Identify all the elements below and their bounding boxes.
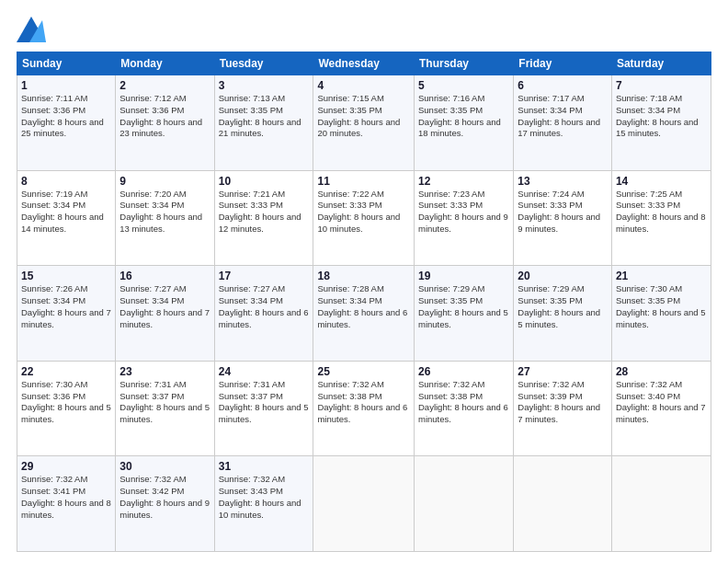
day-detail: Sunrise: 7:29 AMSunset: 3:35 PMDaylight:…	[518, 283, 600, 328]
day-detail: Sunrise: 7:19 AMSunset: 3:34 PMDaylight:…	[21, 189, 104, 234]
calendar-cell: 8Sunrise: 7:19 AMSunset: 3:34 PMDaylight…	[17, 170, 116, 266]
day-detail: Sunrise: 7:30 AMSunset: 3:36 PMDaylight:…	[21, 379, 111, 424]
calendar-cell: 11Sunrise: 7:22 AMSunset: 3:33 PMDayligh…	[313, 170, 415, 266]
day-number: 23	[119, 365, 210, 378]
day-detail: Sunrise: 7:29 AMSunset: 3:35 PMDaylight:…	[418, 283, 508, 328]
day-number: 5	[418, 79, 509, 92]
col-header-saturday: Saturday	[611, 52, 711, 75]
header	[17, 17, 711, 42]
day-number: 27	[518, 365, 608, 378]
calendar-cell: 23Sunrise: 7:31 AMSunset: 3:37 PMDayligh…	[116, 361, 214, 456]
day-detail: Sunrise: 7:32 AMSunset: 3:42 PMDaylight:…	[119, 474, 210, 519]
calendar-cell	[611, 456, 711, 552]
day-detail: Sunrise: 7:18 AMSunset: 3:34 PMDaylight:…	[616, 93, 699, 138]
calendar-cell: 18Sunrise: 7:28 AMSunset: 3:34 PMDayligh…	[313, 266, 415, 362]
day-detail: Sunrise: 7:12 AMSunset: 3:36 PMDaylight:…	[119, 93, 202, 138]
calendar-week-2: 8Sunrise: 7:19 AMSunset: 3:34 PMDaylight…	[17, 170, 711, 266]
calendar-cell: 1Sunrise: 7:11 AMSunset: 3:36 PMDaylight…	[17, 75, 116, 171]
day-number: 15	[21, 270, 111, 282]
calendar-cell: 26Sunrise: 7:32 AMSunset: 3:38 PMDayligh…	[415, 361, 514, 456]
day-number: 1	[21, 79, 111, 92]
day-number: 2	[119, 79, 210, 92]
day-number: 4	[317, 79, 410, 92]
day-number: 24	[219, 365, 310, 378]
day-number: 19	[418, 270, 509, 282]
day-number: 11	[317, 175, 410, 188]
calendar-cell: 12Sunrise: 7:23 AMSunset: 3:33 PMDayligh…	[415, 170, 514, 266]
logo-icon	[17, 17, 46, 42]
calendar-cell: 28Sunrise: 7:32 AMSunset: 3:40 PMDayligh…	[611, 361, 711, 456]
day-number: 3	[219, 79, 310, 92]
day-detail: Sunrise: 7:32 AMSunset: 3:40 PMDaylight:…	[616, 379, 706, 424]
calendar-cell: 6Sunrise: 7:17 AMSunset: 3:34 PMDaylight…	[514, 75, 612, 171]
calendar-cell: 20Sunrise: 7:29 AMSunset: 3:35 PMDayligh…	[514, 266, 612, 362]
col-header-monday: Monday	[116, 52, 214, 75]
calendar-cell: 13Sunrise: 7:24 AMSunset: 3:33 PMDayligh…	[514, 170, 612, 266]
day-number: 31	[219, 460, 310, 473]
calendar-cell: 22Sunrise: 7:30 AMSunset: 3:36 PMDayligh…	[17, 361, 116, 456]
col-header-sunday: Sunday	[17, 52, 116, 75]
calendar-cell	[313, 456, 415, 552]
day-number: 8	[21, 175, 111, 188]
day-detail: Sunrise: 7:32 AMSunset: 3:41 PMDaylight:…	[21, 474, 111, 519]
day-detail: Sunrise: 7:30 AMSunset: 3:35 PMDaylight:…	[616, 283, 706, 328]
day-detail: Sunrise: 7:32 AMSunset: 3:38 PMDaylight:…	[418, 379, 508, 424]
day-number: 20	[518, 270, 608, 282]
page: SundayMondayTuesdayWednesdayThursdayFrid…	[0, 0, 728, 563]
day-number: 29	[21, 460, 111, 473]
day-number: 16	[119, 270, 210, 282]
day-detail: Sunrise: 7:31 AMSunset: 3:37 PMDaylight:…	[219, 379, 309, 424]
day-detail: Sunrise: 7:16 AMSunset: 3:35 PMDaylight:…	[418, 93, 501, 138]
calendar-week-4: 22Sunrise: 7:30 AMSunset: 3:36 PMDayligh…	[17, 361, 711, 456]
calendar-header-row: SundayMondayTuesdayWednesdayThursdayFrid…	[17, 52, 711, 75]
col-header-wednesday: Wednesday	[313, 52, 415, 75]
day-number: 25	[317, 365, 410, 378]
day-detail: Sunrise: 7:23 AMSunset: 3:33 PMDaylight:…	[418, 189, 508, 234]
calendar-cell: 5Sunrise: 7:16 AMSunset: 3:35 PMDaylight…	[415, 75, 514, 171]
calendar-cell: 10Sunrise: 7:21 AMSunset: 3:33 PMDayligh…	[214, 170, 313, 266]
logo	[17, 17, 50, 42]
day-detail: Sunrise: 7:32 AMSunset: 3:39 PMDaylight:…	[518, 379, 600, 424]
day-detail: Sunrise: 7:17 AMSunset: 3:34 PMDaylight:…	[518, 93, 600, 138]
calendar-cell: 25Sunrise: 7:32 AMSunset: 3:38 PMDayligh…	[313, 361, 415, 456]
day-detail: Sunrise: 7:15 AMSunset: 3:35 PMDaylight:…	[317, 93, 400, 138]
calendar-week-1: 1Sunrise: 7:11 AMSunset: 3:36 PMDaylight…	[17, 75, 711, 171]
day-number: 12	[418, 175, 509, 188]
day-number: 28	[616, 365, 707, 378]
day-number: 21	[616, 270, 707, 282]
day-detail: Sunrise: 7:22 AMSunset: 3:33 PMDaylight:…	[317, 189, 400, 234]
calendar-cell	[514, 456, 612, 552]
day-number: 14	[616, 175, 707, 188]
day-detail: Sunrise: 7:11 AMSunset: 3:36 PMDaylight:…	[21, 93, 104, 138]
day-detail: Sunrise: 7:31 AMSunset: 3:37 PMDaylight:…	[119, 379, 210, 424]
calendar-cell: 3Sunrise: 7:13 AMSunset: 3:35 PMDaylight…	[214, 75, 313, 171]
col-header-thursday: Thursday	[415, 52, 514, 75]
day-detail: Sunrise: 7:26 AMSunset: 3:34 PMDaylight:…	[21, 283, 111, 328]
day-number: 30	[119, 460, 210, 473]
calendar-week-3: 15Sunrise: 7:26 AMSunset: 3:34 PMDayligh…	[17, 266, 711, 362]
day-number: 7	[616, 79, 707, 92]
day-number: 22	[21, 365, 111, 378]
day-number: 6	[518, 79, 608, 92]
calendar-cell: 16Sunrise: 7:27 AMSunset: 3:34 PMDayligh…	[116, 266, 214, 362]
day-number: 13	[518, 175, 608, 188]
calendar-cell: 15Sunrise: 7:26 AMSunset: 3:34 PMDayligh…	[17, 266, 116, 362]
day-number: 18	[317, 270, 410, 282]
calendar-cell: 14Sunrise: 7:25 AMSunset: 3:33 PMDayligh…	[611, 170, 711, 266]
day-detail: Sunrise: 7:21 AMSunset: 3:33 PMDaylight:…	[219, 189, 301, 234]
calendar-cell: 31Sunrise: 7:32 AMSunset: 3:43 PMDayligh…	[214, 456, 313, 552]
day-number: 10	[219, 175, 310, 188]
day-detail: Sunrise: 7:13 AMSunset: 3:35 PMDaylight:…	[219, 93, 301, 138]
calendar-cell: 7Sunrise: 7:18 AMSunset: 3:34 PMDaylight…	[611, 75, 711, 171]
col-header-friday: Friday	[514, 52, 612, 75]
day-detail: Sunrise: 7:32 AMSunset: 3:43 PMDaylight:…	[219, 474, 301, 519]
day-number: 26	[418, 365, 509, 378]
calendar-cell: 27Sunrise: 7:32 AMSunset: 3:39 PMDayligh…	[514, 361, 612, 456]
calendar-cell: 29Sunrise: 7:32 AMSunset: 3:41 PMDayligh…	[17, 456, 116, 552]
calendar-table: SundayMondayTuesdayWednesdayThursdayFrid…	[17, 52, 711, 552]
day-number: 17	[219, 270, 310, 282]
calendar-cell: 19Sunrise: 7:29 AMSunset: 3:35 PMDayligh…	[415, 266, 514, 362]
calendar-cell: 2Sunrise: 7:12 AMSunset: 3:36 PMDaylight…	[116, 75, 214, 171]
calendar-cell: 24Sunrise: 7:31 AMSunset: 3:37 PMDayligh…	[214, 361, 313, 456]
day-number: 9	[119, 175, 210, 188]
